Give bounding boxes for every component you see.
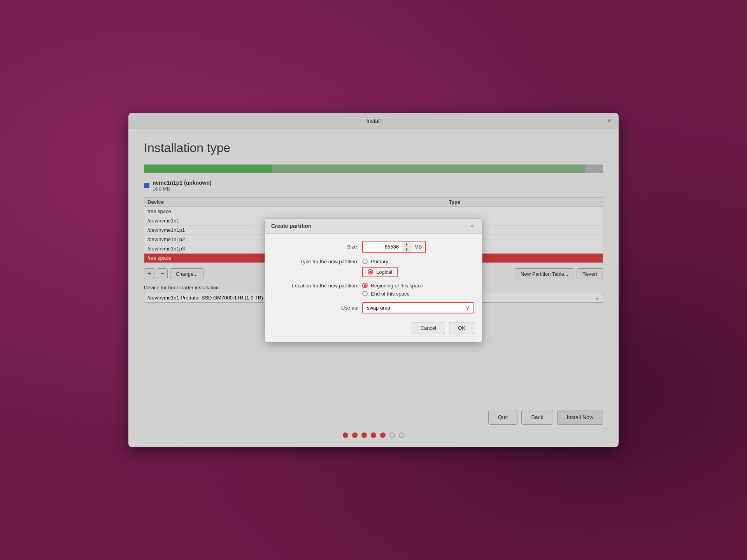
partition-location-row: Location for the new partition: Beginnin…	[273, 283, 474, 297]
use-as-label: Use as:	[273, 305, 358, 311]
type-logical-row-highlighted: Logical	[362, 267, 398, 277]
location-radio-group: Beginning of this space End of this spac…	[362, 283, 423, 297]
use-as-row: Use as: swap area ∨	[273, 302, 474, 313]
type-primary-row: Primary	[362, 259, 398, 264]
create-partition-dialog: Create partition × Size: ▲ ▼ MB	[265, 218, 482, 342]
location-label: Location for the new partition:	[273, 283, 358, 289]
size-decrease-button[interactable]: ▼	[402, 247, 411, 252]
primary-radio[interactable]	[362, 259, 368, 264]
size-unit: MB	[411, 242, 425, 251]
logical-label: Logical	[376, 269, 392, 275]
primary-label: Primary	[371, 259, 388, 264]
size-input[interactable]	[363, 242, 402, 251]
beginning-label: Beginning of this space	[371, 283, 423, 289]
dialog-overlay: Create partition × Size: ▲ ▼ MB	[128, 113, 619, 447]
chevron-down-icon: ∨	[466, 305, 470, 311]
dialog-titlebar: Create partition ×	[265, 219, 482, 234]
dialog-close-button[interactable]: ×	[469, 222, 476, 229]
location-beginning-row: Beginning of this space	[362, 283, 423, 289]
size-row: Size: ▲ ▼ MB	[273, 241, 474, 253]
partition-type-row: Type for the new partition: Primary Logi…	[273, 259, 474, 277]
main-window: Install × Installation type nvme1n1p1 (u…	[128, 113, 619, 447]
logical-radio[interactable]	[368, 269, 373, 275]
size-stepper: ▲ ▼	[402, 242, 411, 252]
ok-button[interactable]: OK	[449, 322, 474, 334]
size-label: Size:	[273, 244, 358, 250]
type-label: Type for the new partition:	[273, 259, 358, 264]
end-label: End of this space	[371, 291, 410, 297]
dialog-buttons: Cancel OK	[273, 319, 474, 334]
use-as-select[interactable]: swap area ∨	[362, 302, 474, 313]
type-radio-group: Primary Logical	[362, 259, 398, 277]
end-radio[interactable]	[362, 291, 368, 296]
location-end-row: End of this space	[362, 291, 423, 297]
size-input-group: ▲ ▼ MB	[362, 241, 426, 253]
use-as-value: swap area	[367, 305, 390, 311]
size-increase-button[interactable]: ▲	[402, 242, 411, 247]
cancel-button[interactable]: Cancel	[412, 322, 445, 334]
dialog-title: Create partition	[271, 223, 311, 229]
beginning-radio[interactable]	[362, 283, 368, 288]
dialog-body: Size: ▲ ▼ MB Type for the new partition:	[265, 234, 482, 342]
